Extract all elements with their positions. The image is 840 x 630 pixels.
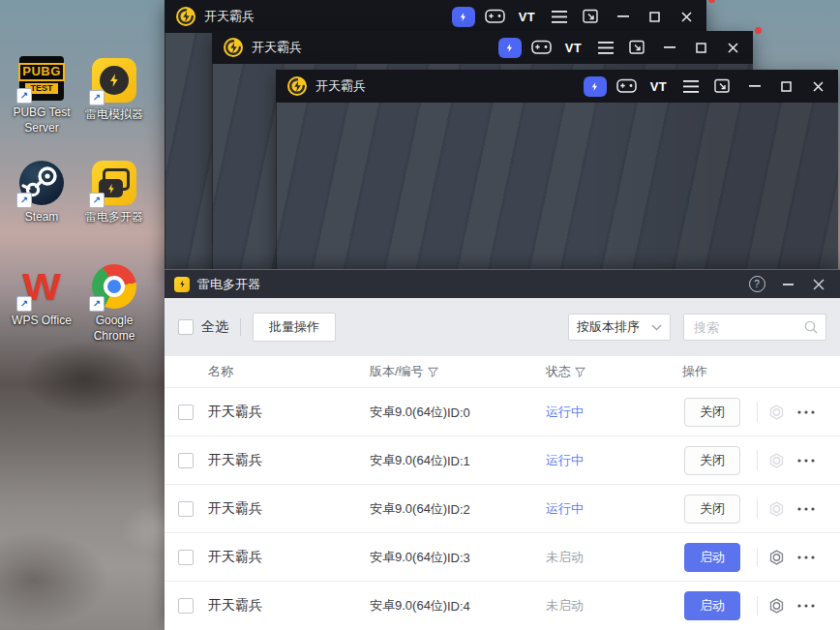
instance-id: ID:0 (447, 405, 470, 419)
menu-button[interactable] (543, 0, 575, 33)
shortcut-arrow-icon: ↗ (16, 296, 32, 312)
vt-virtualization-button[interactable]: VT (511, 0, 543, 33)
close-button[interactable] (802, 70, 834, 103)
row-checkbox[interactable] (178, 453, 194, 468)
pubg-icon: PUBG TEST ↗ (19, 56, 64, 101)
vt-virtualization-button[interactable]: VT (557, 31, 589, 64)
shrink-window-icon (583, 9, 599, 24)
instance-version: 安卓9.0(64位) (370, 500, 447, 518)
boost-button[interactable] (579, 70, 611, 103)
row-checkbox[interactable] (178, 550, 194, 565)
boost-button[interactable] (494, 31, 525, 64)
gamepad-icon (485, 9, 505, 24)
row-checkbox[interactable] (178, 598, 194, 614)
start-button[interactable]: 启动 (684, 543, 740, 572)
desktop-icon-steam[interactable]: ↗ Steam (5, 161, 78, 225)
menu-button[interactable] (589, 31, 621, 64)
help-icon (749, 276, 765, 292)
maximize-button[interactable] (770, 70, 802, 103)
chevron-down-icon (651, 324, 662, 331)
settings-gear-icon[interactable] (768, 598, 785, 615)
close-button[interactable] (671, 0, 703, 33)
more-options-icon[interactable] (795, 450, 817, 471)
header-status: 状态 (546, 363, 585, 380)
window-title: 雷电多开器 (197, 276, 260, 293)
row-checkbox[interactable] (178, 501, 194, 517)
ldplayer-logo-icon (176, 7, 195, 26)
close-button[interactable] (803, 270, 834, 299)
stop-button[interactable]: 关闭 (684, 398, 740, 427)
more-options-icon[interactable] (795, 595, 817, 616)
status-badge: 未启动 (546, 597, 584, 615)
desktop-icon-wps-office[interactable]: W ↗ WPS Office (5, 264, 78, 329)
stop-button[interactable]: 关闭 (684, 446, 740, 475)
gamepad-button[interactable] (479, 0, 511, 33)
minimize-button[interactable] (607, 0, 639, 33)
minimize-button[interactable] (772, 270, 803, 299)
desktop-icon-label: PUBG Test Server (5, 105, 78, 135)
desktop-icon-label: Google Chrome (77, 314, 151, 344)
chrome-icon: ↗ (92, 264, 136, 309)
more-options-icon[interactable] (795, 498, 817, 520)
instance-name: 开天霸兵 (208, 549, 262, 566)
emulator-screen[interactable] (276, 103, 838, 271)
gamepad-button[interactable] (611, 70, 643, 103)
boost-button[interactable] (447, 0, 479, 33)
close-icon (681, 12, 692, 22)
close-icon (728, 43, 738, 53)
select-all-checkbox[interactable] (178, 319, 194, 335)
minimize-button[interactable] (653, 31, 685, 64)
ldplayer-icon: ↗ (92, 58, 136, 103)
instance-row: 开天霸兵 安卓9.0(64位) ID:3 未启动 启动 (165, 533, 840, 582)
maximize-icon (696, 43, 706, 53)
minimize-button[interactable] (738, 70, 770, 103)
lightning-boost-icon (498, 38, 522, 58)
instance-name: 开天霸兵 (208, 404, 262, 421)
search-input[interactable] (692, 319, 804, 336)
more-options-icon[interactable] (795, 402, 817, 423)
shortcut-arrow-icon: ↗ (89, 193, 105, 208)
ld-multiplayer-app-icon (174, 277, 190, 292)
settings-gear-icon[interactable] (768, 549, 785, 565)
status-badge: 未启动 (546, 549, 584, 566)
emulator-titlebar: 开天霸兵 VT (276, 70, 838, 103)
header-ops: 操作 (682, 363, 707, 380)
gamepad-icon (616, 78, 637, 94)
start-button[interactable]: 启动 (684, 591, 740, 620)
desktop-icon-ld-multiplayer[interactable]: ↗ 雷电多开器 (77, 161, 151, 225)
minimize-icon (664, 46, 675, 48)
vt-label: VT (565, 41, 583, 55)
stop-button[interactable]: 关闭 (684, 495, 740, 524)
gamepad-button[interactable] (525, 31, 557, 64)
vt-virtualization-button[interactable]: VT (643, 70, 675, 103)
instance-version: 安卓9.0(64位) (370, 404, 447, 421)
settings-gear-icon[interactable] (768, 452, 785, 468)
maximize-button[interactable] (639, 0, 671, 33)
batch-operations-button[interactable]: 批量操作 (253, 313, 336, 342)
instance-row: 开天霸兵 安卓9.0(64位) ID:1 运行中 关闭 (165, 436, 840, 485)
desktop-icon-label: WPS Office (12, 314, 72, 329)
window-title: 开天霸兵 (252, 39, 302, 56)
close-button[interactable] (717, 31, 749, 64)
shrink-window-button[interactable] (621, 31, 653, 64)
shrink-window-button[interactable] (575, 0, 607, 33)
shortcut-arrow-icon: ↗ (16, 88, 32, 104)
row-checkbox[interactable] (178, 405, 194, 420)
more-options-icon[interactable] (795, 547, 817, 568)
menu-button[interactable] (675, 70, 706, 103)
sort-dropdown[interactable]: 按版本排序 (568, 314, 671, 341)
shrink-window-button[interactable] (706, 70, 738, 103)
lightning-icon (106, 73, 122, 88)
select-all-label[interactable]: 全选 (201, 318, 228, 336)
maximize-button[interactable] (685, 31, 717, 64)
filter-icon[interactable] (575, 367, 585, 377)
desktop-icon-google-chrome[interactable]: ↗ Google Chrome (77, 264, 151, 344)
settings-gear-icon[interactable] (768, 500, 785, 517)
minimize-icon (783, 284, 794, 285)
filter-icon[interactable] (428, 367, 438, 377)
desktop-icon-ldplayer[interactable]: ↗ 雷电模拟器 (77, 58, 151, 123)
desktop-icon-pubg-test-server[interactable]: PUBG TEST ↗ PUBG Test Server (5, 56, 78, 135)
window-title: 开天霸兵 (315, 77, 366, 95)
settings-gear-icon[interactable] (768, 404, 785, 420)
help-button[interactable] (741, 270, 772, 299)
